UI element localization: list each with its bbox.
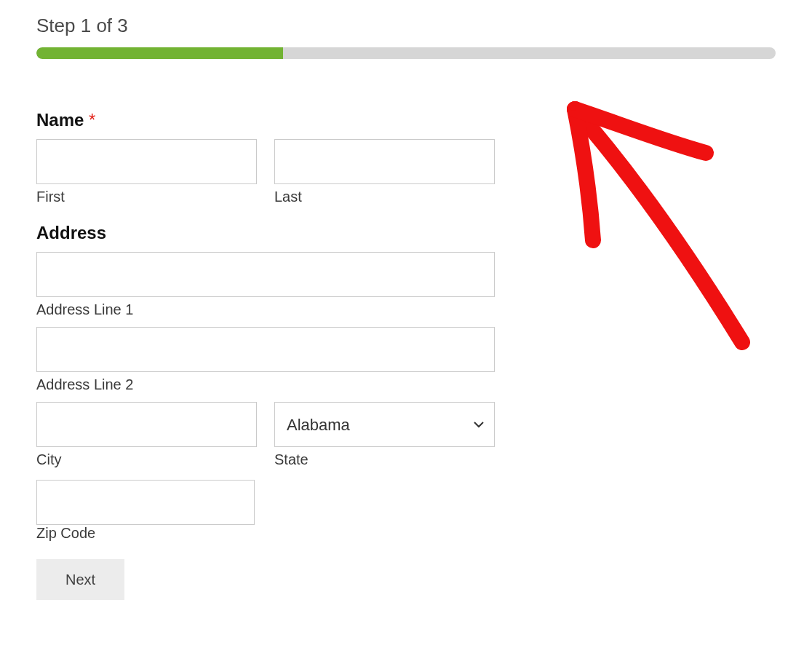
city-state-row: City Alabama State bbox=[36, 402, 495, 468]
name-legend-text: Name bbox=[36, 110, 84, 130]
address-line2-sublabel: Address Line 2 bbox=[36, 376, 495, 393]
city-field: City bbox=[36, 402, 257, 468]
form: Name * First Last Address Address Line 1… bbox=[36, 110, 495, 600]
annotation-arrow bbox=[524, 80, 771, 374]
address-legend: Address bbox=[36, 223, 495, 243]
progress-bar bbox=[36, 47, 776, 59]
required-asterisk: * bbox=[89, 110, 95, 130]
last-name-field: Last bbox=[274, 139, 495, 205]
name-row: First Last bbox=[36, 139, 495, 205]
last-name-input[interactable] bbox=[274, 139, 495, 184]
state-field: Alabama State bbox=[274, 402, 495, 468]
city-sublabel: City bbox=[36, 451, 257, 468]
first-name-input[interactable] bbox=[36, 139, 257, 184]
progress-bar-fill bbox=[36, 47, 283, 59]
address-line1-sublabel: Address Line 1 bbox=[36, 301, 495, 318]
last-name-sublabel: Last bbox=[274, 189, 495, 205]
first-name-sublabel: First bbox=[36, 189, 257, 205]
zip-sublabel: Zip Code bbox=[36, 525, 95, 541]
address-line2-input[interactable] bbox=[36, 327, 495, 372]
svg-point-0 bbox=[570, 105, 576, 111]
state-sublabel: State bbox=[274, 451, 495, 468]
city-input[interactable] bbox=[36, 402, 257, 447]
step-indicator: Step 1 of 3 bbox=[36, 15, 776, 37]
zip-field: Zip Code bbox=[36, 480, 255, 542]
address-line1-input[interactable] bbox=[36, 252, 495, 297]
state-select[interactable]: Alabama bbox=[274, 402, 495, 447]
address-line1-field: Address Line 1 bbox=[36, 252, 495, 318]
first-name-field: First bbox=[36, 139, 257, 205]
address-line2-field: Address Line 2 bbox=[36, 327, 495, 393]
next-button[interactable]: Next bbox=[36, 559, 124, 600]
zip-input[interactable] bbox=[36, 480, 255, 525]
name-legend: Name * bbox=[36, 110, 495, 130]
